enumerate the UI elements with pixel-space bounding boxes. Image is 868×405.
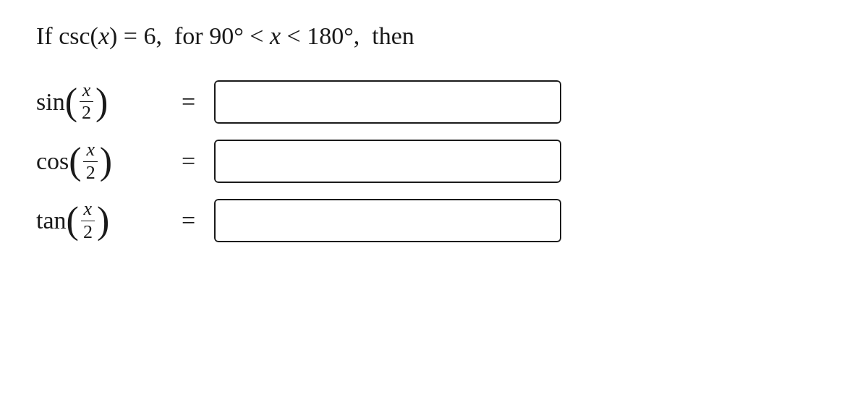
cos-label: cos (36, 148, 69, 175)
sin-answer-box[interactable] (214, 80, 561, 124)
tan-paren-close: ) (97, 202, 109, 239)
sin-row: sin ( x 2 ) = (36, 80, 832, 124)
cos-row: cos ( x 2 ) = (36, 140, 832, 183)
cos-expression: cos ( x 2 ) (36, 140, 163, 183)
cos-frac-wrapper: ( x 2 ) (69, 140, 112, 183)
tan-paren-open: ( (67, 202, 79, 239)
tan-frac-num: x (81, 199, 95, 221)
tan-fraction: x 2 (80, 199, 95, 242)
tan-frac-den: 2 (80, 221, 95, 243)
cos-paren-open: ( (69, 142, 81, 180)
cos-fraction: x 2 (83, 140, 98, 183)
sin-equals: = (182, 88, 195, 116)
cos-frac-den: 2 (83, 162, 98, 184)
problem-statement: If csc(x) = 6, for 90° < x < 180°, then (36, 22, 832, 51)
problem-var-x2: x (270, 22, 281, 49)
cos-answer-box[interactable] (214, 140, 561, 183)
cos-frac-num: x (83, 140, 98, 162)
cos-paren-close: ) (100, 142, 112, 180)
tan-equals: = (182, 207, 195, 234)
sin-paren-open: ( (65, 83, 77, 121)
tan-row: tan ( x 2 ) = (36, 199, 832, 242)
sin-frac-wrapper: ( x 2 ) (65, 80, 109, 124)
sin-label: sin (36, 88, 65, 116)
sin-frac-num: x (80, 80, 94, 103)
cos-equals: = (182, 148, 195, 175)
sin-fraction: x 2 (79, 80, 94, 124)
rows-container: sin ( x 2 ) = cos ( x (36, 80, 832, 243)
problem-var-x: x (98, 22, 109, 49)
tan-answer-box[interactable] (214, 199, 561, 242)
sin-expression: sin ( x 2 ) (36, 80, 163, 124)
sin-paren-close: ) (95, 83, 108, 121)
problem-text: If csc(x) = 6, for 90° < x < 180°, then (36, 22, 414, 51)
then-label: then (372, 22, 414, 49)
tan-expression: tan ( x 2 ) (36, 199, 163, 242)
tan-label: tan (36, 207, 67, 234)
page-container: If csc(x) = 6, for 90° < x < 180°, then … (0, 0, 868, 405)
sin-frac-den: 2 (79, 102, 94, 124)
tan-frac-wrapper: ( x 2 ) (67, 199, 110, 242)
